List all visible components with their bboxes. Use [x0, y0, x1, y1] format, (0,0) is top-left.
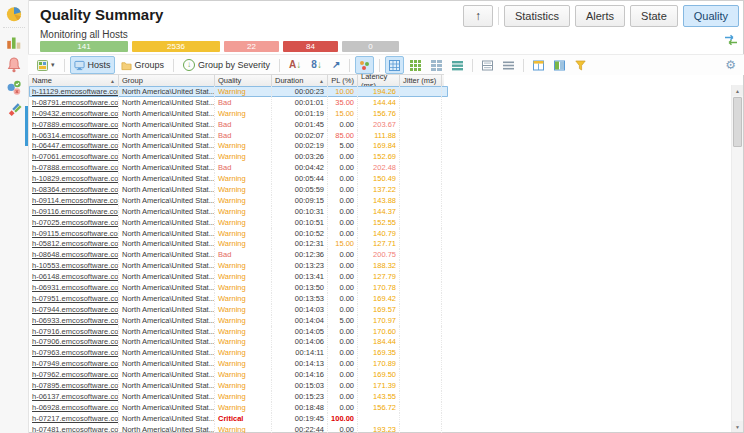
host-name-cell[interactable]: h-07895.emcosoftware.com — [29, 380, 119, 391]
column-layout-button-1[interactable] — [529, 56, 548, 74]
open-external-button[interactable]: ↗ — [328, 56, 344, 74]
table-row[interactable]: h-09432.emcosoftware.comNorth America\Un… — [29, 108, 448, 119]
table-row[interactable]: h-07889.emcosoftware.comNorth America\Un… — [29, 119, 448, 130]
table-row[interactable]: h-07061.emcosoftware.comNorth America\Un… — [29, 151, 448, 162]
layout-dropdown-button[interactable]: ▾ — [33, 56, 59, 74]
host-name-cell[interactable]: h-09114.emcosoftware.com — [29, 195, 119, 206]
nav-button-state[interactable]: State — [630, 5, 678, 27]
table-row[interactable]: h-07895.emcosoftware.comNorth America\Un… — [29, 380, 448, 391]
column-header-duration[interactable]: Duration▲ — [272, 75, 328, 86]
state-icon[interactable] — [4, 78, 24, 98]
host-name-cell[interactable]: h-07944.emcosoftware.com — [29, 304, 119, 315]
table-row[interactable]: h-09114.emcosoftware.comNorth America\Un… — [29, 195, 448, 206]
host-name-cell[interactable]: h-07025.emcosoftware.com — [29, 217, 119, 228]
table-row[interactable]: h-06933.emcosoftware.comNorth America\Un… — [29, 315, 448, 326]
table-row[interactable]: h-07916.emcosoftware.comNorth America\Un… — [29, 326, 448, 337]
host-name-cell[interactable]: h-07217.emcosoftware.com — [29, 413, 119, 424]
groups-toggle[interactable]: Groups — [117, 56, 169, 74]
host-name-cell[interactable]: h-07888.emcosoftware.com — [29, 162, 119, 173]
table-row[interactable]: h-06931.emcosoftware.comNorth America\Un… — [29, 282, 448, 293]
quality-brush-icon[interactable] — [4, 101, 24, 121]
table-row[interactable]: h-06137.emcosoftware.comNorth America\Un… — [29, 391, 448, 402]
group-by-severity-button[interactable]: ↓ Group by Severity — [179, 56, 274, 74]
view-tiles-button[interactable] — [427, 56, 446, 74]
view-list-button[interactable] — [499, 56, 518, 74]
host-name-cell[interactable]: h-08364.emcosoftware.com — [29, 184, 119, 195]
table-row[interactable]: h-07949.emcosoftware.comNorth America\Un… — [29, 358, 448, 369]
table-row[interactable]: h-07962.emcosoftware.comNorth America\Un… — [29, 369, 448, 380]
column-header-name[interactable]: Name▲ — [29, 75, 119, 86]
table-row[interactable]: h-08364.emcosoftware.comNorth America\Un… — [29, 184, 448, 195]
table-row[interactable]: h-07888.emcosoftware.comNorth America\Un… — [29, 162, 448, 173]
table-row[interactable]: h-10553.emcosoftware.comNorth America\Un… — [29, 260, 448, 271]
host-name-cell[interactable]: h-06933.emcosoftware.com — [29, 315, 119, 326]
host-name-cell[interactable]: h-05812.emcosoftware.com — [29, 238, 119, 249]
host-name-cell[interactable]: h-07951.emcosoftware.com — [29, 293, 119, 304]
host-name-cell[interactable]: h-06137.emcosoftware.com — [29, 391, 119, 402]
host-name-cell[interactable]: h-08648.emcosoftware.com — [29, 249, 119, 260]
host-name-cell[interactable]: h-06931.emcosoftware.com — [29, 282, 119, 293]
host-name-cell[interactable]: h-07906.emcosoftware.com — [29, 336, 119, 347]
table-row[interactable]: h-08791.emcosoftware.comNorth America\Un… — [29, 97, 448, 108]
sort-numeric-button[interactable]: 8↓ — [307, 56, 326, 74]
host-name-cell[interactable]: h-09115.emcosoftware.com — [29, 228, 119, 239]
host-name-cell[interactable]: h-07916.emcosoftware.com — [29, 326, 119, 337]
host-name-cell[interactable]: h-07061.emcosoftware.com — [29, 151, 119, 162]
swap-columns-icon[interactable] — [723, 33, 738, 47]
host-name-cell[interactable]: h-07963.emcosoftware.com — [29, 347, 119, 358]
scroll-down-button[interactable]: ▼ — [732, 421, 743, 432]
table-row[interactable]: h-07481.emcosoftware.comNorth America\Un… — [29, 424, 448, 433]
table-row[interactable]: h-11129.emcosoftware.comNorth America\Un… — [29, 86, 448, 97]
host-name-cell[interactable]: h-10553.emcosoftware.com — [29, 260, 119, 271]
sort-ascending-button[interactable]: A↓ — [285, 56, 305, 74]
host-name-cell[interactable]: h-06447.emcosoftware.com — [29, 140, 119, 151]
vertical-scrollbar[interactable]: ▲ ▼ — [731, 85, 743, 432]
table-row[interactable]: h-06928.emcosoftware.comNorth America\Un… — [29, 402, 448, 413]
table-row[interactable]: h-06447.emcosoftware.comNorth America\Un… — [29, 140, 448, 151]
column-header-latency-ms[interactable]: Latency (ms) — [358, 75, 400, 86]
host-name-cell[interactable]: h-08791.emcosoftware.com — [29, 97, 119, 108]
table-row[interactable]: h-07906.emcosoftware.comNorth America\Un… — [29, 336, 448, 347]
table-row[interactable]: h-06148.emcosoftware.comNorth America\Un… — [29, 271, 448, 282]
host-name-cell[interactable]: h-09116.emcosoftware.com — [29, 206, 119, 217]
host-name-cell[interactable]: h-07949.emcosoftware.com — [29, 358, 119, 369]
host-name-cell[interactable]: h-06928.emcosoftware.com — [29, 402, 119, 413]
table-row[interactable]: h-05812.emcosoftware.comNorth America\Un… — [29, 238, 448, 249]
table-row[interactable]: h-07951.emcosoftware.comNorth America\Un… — [29, 293, 448, 304]
hosts-toggle[interactable]: Hosts — [70, 56, 115, 74]
summary-pie-icon[interactable] — [4, 4, 24, 24]
table-row[interactable]: h-09116.emcosoftware.comNorth America\Un… — [29, 206, 448, 217]
host-name-cell[interactable]: h-10829.emcosoftware.com — [29, 173, 119, 184]
host-name-cell[interactable]: h-09432.emcosoftware.com — [29, 108, 119, 119]
table-row[interactable]: h-07944.emcosoftware.comNorth America\Un… — [29, 304, 448, 315]
column-header-group[interactable]: Group — [119, 75, 215, 86]
alerts-bell-icon[interactable] — [4, 55, 24, 75]
host-name-cell[interactable]: h-06314.emcosoftware.com — [29, 130, 119, 141]
view-detail-rows-button[interactable] — [478, 56, 497, 74]
column-layout-button-2[interactable] — [550, 56, 569, 74]
column-header-pl[interactable]: PL (%) — [328, 75, 358, 86]
table-row[interactable]: h-10829.emcosoftware.comNorth America\Un… — [29, 173, 448, 184]
filter-button[interactable] — [571, 56, 590, 74]
table-row[interactable]: h-08648.emcosoftware.comNorth America\Un… — [29, 249, 448, 260]
column-header-jitter-ms[interactable]: Jitter (ms) — [400, 75, 442, 86]
host-name-cell[interactable]: h-07962.emcosoftware.com — [29, 369, 119, 380]
table-row[interactable]: h-06314.emcosoftware.comNorth America\Un… — [29, 130, 448, 141]
table-row[interactable]: h-07217.emcosoftware.comNorth America\Un… — [29, 413, 448, 424]
nav-button-quality[interactable]: Quality — [683, 5, 739, 27]
host-name-cell[interactable]: h-07481.emcosoftware.com — [29, 424, 119, 433]
view-rows-button[interactable] — [448, 56, 467, 74]
statistics-bars-icon[interactable] — [4, 32, 24, 52]
view-grid-dots-button[interactable] — [406, 56, 425, 74]
host-name-cell[interactable]: h-06148.emcosoftware.com — [29, 271, 119, 282]
table-row[interactable]: h-09115.emcosoftware.comNorth America\Un… — [29, 228, 448, 239]
host-name-cell[interactable]: h-07889.emcosoftware.com — [29, 119, 119, 130]
nav-button-statistics[interactable]: Statistics — [504, 5, 570, 27]
scroll-up-button[interactable]: ▲ — [732, 85, 743, 96]
host-name-cell[interactable]: h-11129.emcosoftware.com — [29, 86, 119, 97]
scrollbar-thumb[interactable] — [733, 97, 742, 147]
gear-icon[interactable]: ⚙ — [725, 58, 736, 72]
column-header-quality[interactable]: Quality — [215, 75, 272, 86]
nav-button-alerts[interactable]: Alerts — [575, 5, 625, 27]
up-arrow-button[interactable]: ↑ — [463, 5, 493, 27]
